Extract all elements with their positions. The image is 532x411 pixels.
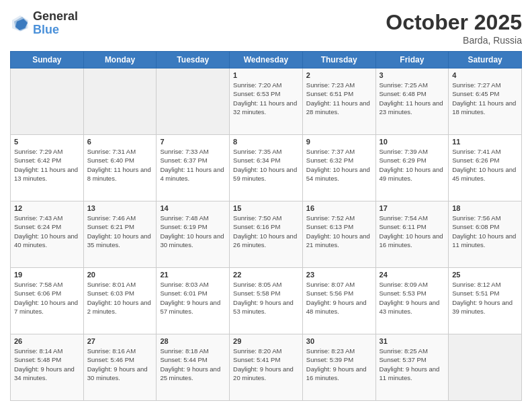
day-info: Sunrise: 7:23 AM Sunset: 6:51 PM Dayligh… [306,81,372,116]
week-row-5: 26 Sunrise: 8:14 AM Sunset: 5:48 PM Dayl… [11,334,522,401]
day-cell: 3 Sunrise: 7:25 AM Sunset: 6:48 PM Dayli… [375,68,449,135]
day-number: 7 [160,138,226,146]
daylight-hours: Daylight: 10 hours and 59 minutes. [233,166,297,182]
sunrise-time: Sunrise: 7:41 AM [452,148,500,155]
sunset-time: Sunset: 6:34 PM [233,156,280,164]
sunset-time: Sunset: 6:42 PM [14,156,61,164]
sunrise-time: Sunrise: 8:03 AM [160,281,208,288]
sunset-time: Sunset: 6:08 PM [452,223,499,230]
day-cell: 16 Sunrise: 7:52 AM Sunset: 6:13 PM Dayl… [302,201,375,268]
sunset-time: Sunset: 6:06 PM [14,289,61,297]
day-info: Sunrise: 8:09 AM Sunset: 5:53 PM Dayligh… [380,280,445,316]
sunset-time: Sunset: 6:40 PM [87,156,134,164]
daylight-hours: Daylight: 11 hours and 4 minutes. [160,166,224,182]
daylight-hours: Daylight: 10 hours and 45 minutes. [452,166,516,182]
day-cell [449,334,522,401]
sunrise-time: Sunrise: 7:50 AM [233,214,281,222]
daylight-hours: Daylight: 10 hours and 7 minutes. [14,299,78,315]
day-cell: 17 Sunrise: 7:54 AM Sunset: 6:11 PM Dayl… [375,201,449,268]
day-info: Sunrise: 7:37 AM Sunset: 6:32 PM Dayligh… [306,147,372,183]
sunset-time: Sunset: 6:16 PM [233,223,280,230]
sunset-time: Sunset: 6:51 PM [306,90,353,97]
day-info: Sunrise: 8:01 AM Sunset: 6:03 PM Dayligh… [87,280,153,316]
col-sunday: Sunday [11,52,84,68]
daylight-hours: Daylight: 10 hours and 11 minutes. [452,232,516,248]
day-cell: 30 Sunrise: 8:23 AM Sunset: 5:39 PM Dayl… [302,334,375,401]
sunset-time: Sunset: 6:19 PM [160,223,207,230]
daylight-hours: Daylight: 10 hours and 54 minutes. [306,166,370,182]
sunrise-time: Sunrise: 8:23 AM [306,347,355,355]
day-cell: 26 Sunrise: 8:14 AM Sunset: 5:48 PM Dayl… [11,334,84,401]
day-info: Sunrise: 8:16 AM Sunset: 5:46 PM Dayligh… [87,347,153,382]
sunrise-time: Sunrise: 7:29 AM [14,148,62,155]
day-info: Sunrise: 8:05 AM Sunset: 5:58 PM Dayligh… [233,280,299,316]
sunrise-time: Sunrise: 8:18 AM [160,347,208,355]
day-number: 29 [233,337,299,345]
day-number: 6 [87,138,153,146]
day-number: 5 [14,138,80,146]
day-cell: 24 Sunrise: 8:09 AM Sunset: 5:53 PM Dayl… [375,268,449,334]
sunset-time: Sunset: 5:56 PM [306,289,353,297]
header: General Blue October 2025 Barda, Russia [10,10,522,46]
day-info: Sunrise: 7:54 AM Sunset: 6:11 PM Dayligh… [380,214,445,249]
calendar: Sunday Monday Tuesday Wednesday Thursday… [10,51,522,401]
day-cell: 14 Sunrise: 7:48 AM Sunset: 6:19 PM Dayl… [157,201,230,268]
day-cell: 11 Sunrise: 7:41 AM Sunset: 6:26 PM Dayl… [449,135,522,201]
col-monday: Monday [83,52,157,68]
month-title: October 2025 [386,10,522,35]
daylight-hours: Daylight: 11 hours and 8 minutes. [87,166,151,182]
col-saturday: Saturday [449,52,522,68]
daylight-hours: Daylight: 9 hours and 43 minutes. [380,299,440,315]
sunrise-time: Sunrise: 7:46 AM [87,214,136,222]
sunset-time: Sunset: 6:37 PM [160,156,207,164]
sunset-time: Sunset: 6:26 PM [452,156,499,164]
daylight-hours: Daylight: 10 hours and 16 minutes. [380,232,443,248]
day-cell: 21 Sunrise: 8:03 AM Sunset: 6:01 PM Dayl… [157,268,230,334]
sunrise-time: Sunrise: 7:20 AM [233,81,281,89]
day-number: 17 [380,204,445,212]
sunset-time: Sunset: 5:39 PM [306,356,353,363]
sunrise-time: Sunrise: 8:09 AM [380,281,428,288]
day-number: 26 [14,337,80,345]
location: Barda, Russia [386,35,522,46]
daylight-hours: Daylight: 10 hours and 49 minutes. [380,166,443,182]
day-info: Sunrise: 7:29 AM Sunset: 6:42 PM Dayligh… [14,147,80,183]
sunrise-time: Sunrise: 7:43 AM [14,214,62,222]
daylight-hours: Daylight: 10 hours and 35 minutes. [87,232,151,248]
day-number: 2 [306,71,372,79]
day-cell: 29 Sunrise: 8:20 AM Sunset: 5:41 PM Dayl… [230,334,303,401]
sunset-time: Sunset: 6:45 PM [452,90,499,97]
day-number: 8 [233,138,299,146]
day-info: Sunrise: 8:18 AM Sunset: 5:44 PM Dayligh… [160,347,226,382]
sunset-time: Sunset: 6:21 PM [87,223,134,230]
col-thursday: Thursday [302,52,375,68]
daylight-hours: Daylight: 10 hours and 30 minutes. [160,232,224,248]
day-info: Sunrise: 7:56 AM Sunset: 6:08 PM Dayligh… [452,214,518,249]
daylight-hours: Daylight: 11 hours and 32 minutes. [233,99,297,116]
logo-general: General [33,10,78,24]
day-number: 13 [87,204,153,212]
sunset-time: Sunset: 6:11 PM [380,223,427,230]
day-cell: 10 Sunrise: 7:39 AM Sunset: 6:29 PM Dayl… [375,135,449,201]
day-info: Sunrise: 8:25 AM Sunset: 5:37 PM Dayligh… [380,347,445,382]
sunset-time: Sunset: 5:44 PM [160,356,207,363]
sunrise-time: Sunrise: 7:39 AM [380,148,428,155]
day-number: 9 [306,138,372,146]
daylight-hours: Daylight: 9 hours and 39 minutes. [452,299,513,315]
day-number: 10 [380,138,445,146]
day-number: 15 [233,204,299,212]
sunrise-time: Sunrise: 7:25 AM [380,81,428,89]
day-cell: 8 Sunrise: 7:35 AM Sunset: 6:34 PM Dayli… [230,135,303,201]
sunset-time: Sunset: 6:29 PM [380,156,427,164]
sunset-time: Sunset: 6:01 PM [160,289,207,297]
day-info: Sunrise: 7:33 AM Sunset: 6:37 PM Dayligh… [160,147,226,183]
sunrise-time: Sunrise: 8:01 AM [87,281,136,288]
week-row-1: 1 Sunrise: 7:20 AM Sunset: 6:53 PM Dayli… [11,68,522,135]
day-number: 11 [452,138,518,146]
daylight-hours: Daylight: 11 hours and 13 minutes. [14,166,78,182]
daylight-hours: Daylight: 10 hours and 21 minutes. [306,232,370,248]
day-cell: 27 Sunrise: 8:16 AM Sunset: 5:46 PM Dayl… [83,334,157,401]
day-info: Sunrise: 7:35 AM Sunset: 6:34 PM Dayligh… [233,147,299,183]
daylight-hours: Daylight: 9 hours and 30 minutes. [87,365,148,381]
sunrise-time: Sunrise: 8:05 AM [233,281,281,288]
